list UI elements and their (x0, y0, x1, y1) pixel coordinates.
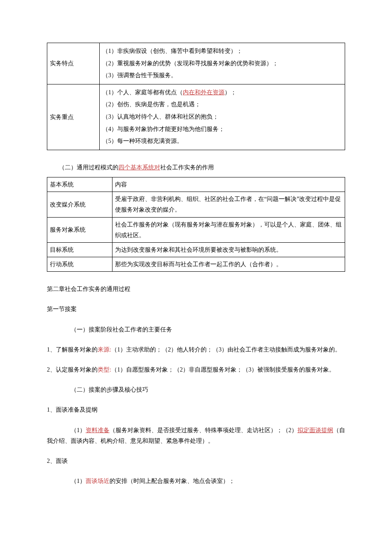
text: （1） (71, 427, 86, 433)
table-row: 实务重点 （1）个人、家庭等都有优点（内在和外在资源）； （2）创伤、疾病是伤害… (47, 84, 345, 150)
text: （1）自愿型服务对象；（2）非自愿型服务对象；（3）被强制接受服务的服务对象。 (111, 366, 335, 373)
text: （服务对象资料、是否接受过服务、特殊事项处理、走访社区）；（2） (110, 427, 297, 433)
table-row: 服务对象系统 社会工作服务的对象（现有服务对象与潜在服务对象），可以是个人、家庭… (47, 217, 345, 242)
list-item: （2）重视服务对象的优势（发现和寻找服务对象的优势和资源）； (102, 58, 342, 70)
section-heading: （二）通用过程模式的四个基本系统对社会工作实务的作用 (47, 162, 345, 173)
highlight-text: 四个基本系统对 (118, 164, 160, 171)
list-item: （1）非疾病假设（创伤、痛苦中看到希望和转变）； (102, 46, 342, 57)
row-label: 服务对象系统 (47, 217, 112, 242)
row-content: （1）非疾病假设（创伤、痛苦中看到希望和转变）； （2）重视服务对象的优势（发现… (100, 43, 345, 84)
table-row: 改变媒介系统 受雇于政府、非营利机构、组织、社区的社会工作者，在“问题一解决”改… (47, 192, 345, 217)
row-content: （1）个人、家庭等都有优点（内在和外在资源）； （2）创伤、疾病是伤害，也是机遇… (100, 84, 345, 150)
table-basic-systems: 基本系统 内容 改变媒介系统 受雇于政府、非营利机构、组织、社区的社会工作者，在… (47, 177, 345, 272)
row-label: 实务特点 (47, 43, 100, 84)
row-content: 为达到改变服务对象和其社会环境所要被改变与被影响的系统。 (112, 242, 345, 257)
row-content: 受雇于政府、非营利机构、组织、社区的社会工作者，在“问题一解决”改变过程中是促使… (112, 192, 345, 217)
text: 1、了解服务对象的 (47, 346, 98, 353)
table-header-cell: 内容 (112, 177, 345, 192)
list-item: （5）每一种环境都充满资源。 (102, 136, 342, 147)
section-heading: 第一节接案 (47, 304, 345, 314)
list-item: （4）与服务对象协作才能更好地为他们服务； (102, 124, 342, 135)
text: （1） (71, 478, 86, 484)
table-header-cell: 基本系统 (47, 177, 112, 192)
paragraph: （1）面谈场近的安排（时间上配合服务对象、地点会谈室）； (47, 476, 345, 486)
highlight-text: 类型: (98, 366, 111, 373)
list-item: （3）强调整合性干预服务。 (102, 70, 342, 81)
highlight-text: 来源: (98, 346, 111, 353)
list-item: （2）创伤、疾病是伤害，也是机遇； (102, 99, 342, 110)
text: 社会工作实务的作用 (160, 164, 214, 171)
text: ）； (225, 89, 236, 96)
row-label: 实务重点 (47, 84, 100, 150)
highlight-text: 资料准备 (86, 427, 110, 433)
row-label: 目标系统 (47, 242, 112, 257)
highlight-text: 面谈场近 (86, 478, 110, 484)
chapter-heading: 第二章社会工作实务的通用过程 (47, 284, 345, 294)
text: 2、认定服务对象的 (47, 366, 98, 373)
list-item: （3）认真地对待个人、群体和社区的抱负； (102, 111, 342, 123)
table-row: 目标系统 为达到改变服务对象和其社会环境所要被改变与被影响的系统。 (47, 242, 345, 257)
row-label: 行动系统 (47, 257, 112, 272)
row-content: 那些为实现改变目标而与社会工作者一起工作的人（合作者）。 (112, 257, 345, 272)
text: （二）通用过程模式的 (59, 164, 118, 171)
table-row: 基本系统 内容 (47, 177, 345, 192)
paragraph: 1、了解服务对象的来源:（1）主动求助的；（2）他人转介的；（3）由社会工作者主… (47, 344, 345, 355)
table-row: 行动系统 那些为实现改变目标而与社会工作者一起工作的人（合作者）。 (47, 257, 345, 272)
highlight-text: 内在和外在资源 (183, 89, 225, 96)
paragraph: 2、面谈 (47, 456, 345, 466)
text: 的安排（时间上配合服务对象、地点会谈室）； (110, 478, 235, 484)
text: （1）个人、家庭等都有优点（ (102, 89, 183, 96)
paragraph: 2、认定服务对象的类型:（1）自愿型服务对象；（2）非自愿型服务对象；（3）被强… (47, 364, 345, 375)
row-content: 社会工作服务的对象（现有服务对象与潜在服务对象），可以是个人、家庭、团体、组织或… (112, 217, 345, 242)
text: （1）主动求助的；（2）他人转介的；（3）由社会工作者主动接触而成为服务对象的。 (111, 346, 341, 353)
paragraph: 1、面谈准备及提纲 (47, 404, 345, 415)
row-label: 改变媒介系统 (47, 192, 112, 217)
subsection-heading: （一）接案阶段社会工作者的主要任务 (47, 324, 345, 335)
highlight-text: 拟定面谈提纲 (297, 427, 333, 433)
table-practice-features: 实务特点 （1）非疾病假设（创伤、痛苦中看到希望和转变）； （2）重视服务对象的… (47, 43, 345, 150)
paragraph: （1）资料准备（服务对象资料、是否接受过服务、特殊事项处理、走访社区）；（2）拟… (47, 425, 345, 446)
list-item: （1）个人、家庭等都有优点（内在和外在资源）； (102, 87, 342, 99)
table-row: 实务特点 （1）非疾病假设（创伤、痛苦中看到希望和转变）； （2）重视服务对象的… (47, 43, 345, 84)
subsection-heading: （二）接案的步骤及核心技巧 (47, 384, 345, 395)
